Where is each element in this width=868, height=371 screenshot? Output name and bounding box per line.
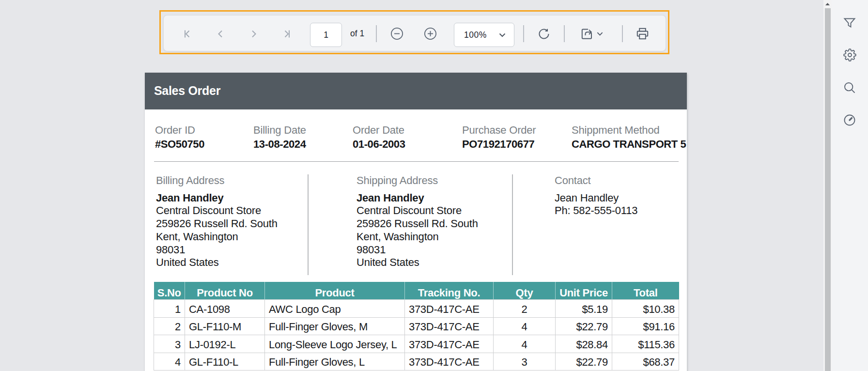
shipping-address: Shipping Address Jean Handley Central Di… — [356, 175, 478, 269]
next-page-button[interactable] — [244, 24, 264, 44]
order-id-field: Order ID #SO50750 — [155, 124, 204, 151]
print-button[interactable] — [633, 24, 652, 44]
field-label: Order Date — [353, 124, 405, 136]
contact-info: Contact Jean Handley Ph: 582-555-0113 — [555, 175, 637, 217]
field-label: Shippment Method — [572, 124, 686, 136]
table-cell: LJ-0192-L — [185, 335, 265, 353]
document-page: Sales Order Order ID #SO50750 Billing Da… — [145, 73, 687, 371]
table-cell: $10.38 — [612, 300, 679, 318]
table-cell: $22.79 — [556, 353, 612, 371]
zoom-in-button[interactable] — [420, 24, 440, 44]
field-value: #SO50750 — [155, 139, 204, 150]
table-cell: 373D-417C-AE — [405, 335, 494, 353]
table-cell: Long-Sleeve Logo Jersey, L — [265, 335, 405, 353]
settings-button[interactable] — [838, 44, 861, 67]
table-row: 3LJ-0192-LLong-Sleeve Logo Jersey, L373D… — [154, 335, 679, 353]
side-panel — [832, 0, 868, 371]
vertical-scrollbar[interactable] — [823, 0, 832, 371]
table-cell: 373D-417C-AE — [405, 353, 494, 371]
table-cell: GL-F110-L — [185, 353, 265, 371]
export-icon — [581, 28, 604, 40]
order-date-field: Order Date 01-06-2003 — [353, 124, 405, 151]
table-cell: 3 — [494, 353, 556, 371]
previous-page-icon — [216, 29, 225, 39]
billing-line: Kent, Washington — [156, 231, 278, 244]
zoom-out-icon — [390, 27, 403, 40]
billing-address-label: Billing Address — [156, 175, 278, 186]
refresh-button[interactable] — [534, 24, 554, 44]
zoom-in-icon — [424, 27, 437, 40]
gear-icon — [843, 48, 856, 63]
refresh-icon — [538, 28, 550, 40]
page-number-input[interactable] — [310, 23, 342, 47]
table-column-header: Tracking No. — [405, 282, 494, 300]
table-cell: 2 — [154, 317, 185, 335]
order-items-table: S.NoProduct NoProductTracking No.QtyUnit… — [154, 282, 679, 371]
shipping-line: 98031 — [356, 244, 478, 257]
shipping-line: Kent, Washington — [356, 231, 478, 244]
table-cell: 373D-417C-AE — [405, 300, 494, 318]
toolbar-divider — [622, 25, 623, 42]
table-row: 4GL-F110-LFull-Finger Gloves, L373D-417C… — [154, 353, 679, 371]
toolbar-divider — [564, 25, 565, 42]
shipping-address-label: Shipping Address — [356, 175, 478, 186]
chevron-down-icon — [498, 31, 506, 39]
scroll-up-icon — [825, 3, 830, 5]
field-value: CARGO TRANSPORT 5 — [572, 139, 686, 150]
zoom-level-value: 100% — [464, 30, 487, 40]
billing-date-field: Billing Date 13-08-2024 — [253, 124, 306, 151]
billing-address: Billing Address Jean Handley Central Dis… — [156, 175, 278, 269]
first-page-button[interactable] — [177, 24, 197, 44]
last-page-icon — [282, 29, 292, 39]
performance-button[interactable] — [838, 109, 861, 132]
search-button[interactable] — [838, 77, 861, 100]
toolbar: of 1 100% — [163, 15, 666, 51]
search-icon — [843, 81, 856, 95]
table-cell: $28.84 — [556, 335, 612, 353]
pdf-viewer-app: of 1 100% — [0, 0, 868, 371]
purchase-order-field: Purchase Order PO7192170677 — [462, 124, 536, 151]
table-cell: CA-1098 — [185, 300, 265, 318]
table-cell: Full-Finger Gloves, M — [265, 317, 405, 335]
scrollbar-thumb[interactable] — [825, 8, 831, 371]
shipping-line: United States — [356, 256, 478, 269]
toolbar-divider — [376, 25, 377, 42]
filter-icon — [843, 17, 856, 31]
table-cell: $115.36 — [612, 335, 679, 353]
table-cell: 4 — [154, 353, 185, 371]
table-column-header: Product No — [185, 282, 265, 300]
zoom-out-button[interactable] — [387, 24, 407, 44]
table-column-header: Unit Price — [556, 282, 612, 300]
contact-line: Ph: 582-555-0113 — [555, 204, 637, 217]
field-value: PO7192170677 — [462, 139, 536, 150]
previous-page-button[interactable] — [210, 24, 230, 44]
page-count-label: of 1 — [350, 15, 364, 52]
chevron-down-icon — [596, 30, 604, 37]
fields-separator-line — [154, 161, 679, 162]
shipment-method-field: Shippment Method CARGO TRANSPORT 5 — [572, 124, 686, 151]
document-title: Sales Order — [154, 84, 220, 98]
field-value: 13-08-2024 — [253, 139, 306, 150]
filter-button[interactable] — [838, 12, 861, 35]
billing-line: United States — [156, 256, 278, 269]
table-cell: 4 — [494, 317, 556, 335]
next-page-icon — [249, 29, 259, 39]
document-header-bar: Sales Order — [145, 73, 687, 109]
address-divider — [512, 174, 513, 275]
contact-line: Jean Handley — [555, 192, 637, 205]
export-button[interactable] — [577, 24, 606, 44]
last-page-button[interactable] — [277, 24, 297, 44]
billing-name: Jean Handley — [156, 192, 278, 205]
table-cell: $22.79 — [556, 317, 612, 335]
billing-line: Central Discount Store — [156, 204, 278, 217]
address-divider — [308, 174, 309, 275]
shipping-line: Central Discount Store — [356, 204, 478, 217]
scrollbar-up-button[interactable] — [823, 0, 832, 8]
billing-line: 98031 — [156, 244, 278, 257]
table-column-header: Product — [265, 282, 405, 300]
table-cell: 1 — [154, 300, 185, 318]
table-cell: $68.37 — [612, 353, 679, 371]
table-cell: AWC Logo Cap — [265, 300, 405, 318]
zoom-level-dropdown[interactable]: 100% — [454, 23, 514, 47]
contact-label: Contact — [555, 175, 637, 186]
